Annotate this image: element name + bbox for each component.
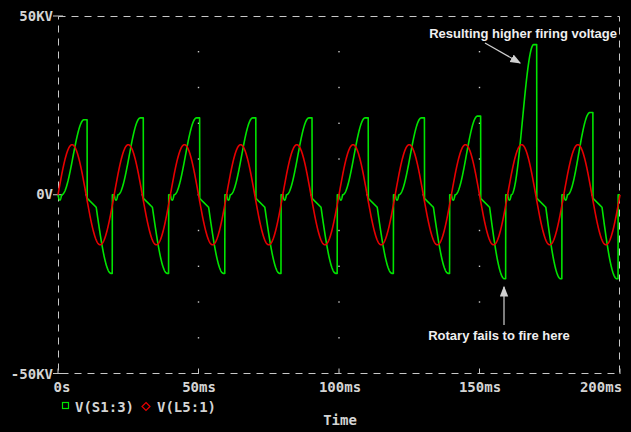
annotation-higher-firing-voltage: Resulting higher firing voltage [429, 26, 617, 41]
annotations: Resulting higher firing voltage Rotary f… [428, 26, 617, 343]
waveform-chart: 50KV 0V -50KV 0s 50ms 100ms 150ms 200ms … [0, 0, 631, 432]
annotation-rotary-fails: Rotary fails to fire here [428, 328, 570, 343]
legend-marker-square-icon [63, 403, 69, 409]
y-tick-label-50kv: 50KV [19, 8, 53, 24]
x-tick-label-150ms: 150ms [459, 379, 501, 395]
x-tick-label-50ms: 50ms [182, 379, 216, 395]
legend-label-vs13: V(S1:3) [75, 399, 134, 415]
legend-marker-diamond-icon [142, 403, 150, 411]
probe-plot-window: 50KV 0V -50KV 0s 50ms 100ms 150ms 200ms … [0, 0, 631, 432]
trace-v-s1-3- [58, 45, 620, 279]
annotation-arrow-to-spike [485, 43, 520, 63]
y-tick-label-0v: 0V [36, 186, 53, 202]
x-tick-label-100ms: 100ms [319, 379, 361, 395]
legend-label-vl51: V(L5:1) [157, 399, 216, 415]
x-axis-title: Time [323, 412, 357, 428]
trace-v-l5-1- [58, 145, 620, 245]
y-tick-label-neg50kv: -50KV [11, 366, 54, 382]
x-tick-label-0s: 0s [54, 379, 71, 395]
trace-group [58, 45, 620, 279]
x-tick-label-200ms: 200ms [580, 379, 622, 395]
legend: V(S1:3) V(L5:1) [63, 399, 217, 415]
